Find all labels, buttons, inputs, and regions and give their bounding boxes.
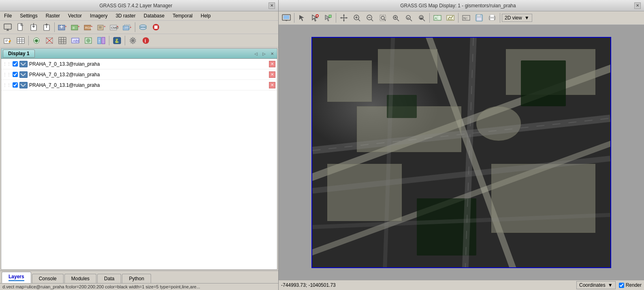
tb-cartography[interactable]: ABC	[69, 35, 81, 46]
tab-modules[interactable]: Modules	[64, 274, 96, 283]
layer-row[interactable]: ⋮⋮ PRAHA_7_0_13.3@ruian_praha ✕	[1, 59, 277, 69]
svg-text:+: +	[130, 26, 132, 29]
svg-rect-33	[154, 26, 158, 29]
svg-point-80	[316, 15, 318, 17]
map-tb-zoom-in[interactable]	[351, 12, 363, 24]
tab-data[interactable]: Data	[97, 274, 121, 283]
left-title-bar: GRASS GIS 7.4.2 Layer Manager ✕	[0, 0, 278, 11]
tb-export[interactable]	[41, 21, 53, 33]
tb-db-connect[interactable]	[137, 21, 149, 33]
svg-rect-71	[20, 82, 27, 88]
menu-temporal[interactable]: Temporal	[170, 12, 195, 19]
sep2	[135, 22, 135, 32]
map-tb-print[interactable]	[486, 12, 498, 24]
layer-2-checkbox[interactable]	[13, 72, 18, 77]
map-tb-pan[interactable]	[338, 12, 350, 24]
toolbar1: + ≡+ RGB+ + CMD+ +	[0, 21, 278, 34]
layer-row[interactable]: ⋮⋮ PRAHA_7_0_13.1@ruian_praha ✕	[1, 80, 277, 90]
tb-display[interactable]	[2, 21, 14, 33]
layer-2-close[interactable]: ✕	[269, 71, 275, 78]
view-mode-dropdown[interactable]: 2D view ▼	[502, 14, 532, 22]
tb-rgb-add[interactable]: RGB+	[82, 21, 94, 33]
map-canvas[interactable]	[311, 37, 611, 268]
map-status-bar: -744993.73; -1040501.73 Coordinates ▼ Re…	[279, 280, 644, 290]
tb-help[interactable]: i	[140, 35, 152, 46]
map-tb-pointer[interactable]	[296, 12, 308, 24]
layer-3-checkbox[interactable]	[13, 82, 18, 88]
tab-nav-forward[interactable]: ▷	[261, 50, 267, 57]
svg-line-107	[410, 19, 412, 21]
tab-console[interactable]: Console	[32, 274, 64, 283]
layer-drag-handle: ⋮⋮	[3, 62, 11, 66]
right-title-bar: GRASS GIS Map Display: 1 - gismentors/ru…	[279, 0, 644, 11]
menu-vector[interactable]: Vector	[66, 12, 84, 19]
menu-database[interactable]: Database	[141, 12, 167, 19]
svg-text:A: A	[435, 16, 437, 20]
tb-grid[interactable]	[56, 35, 68, 46]
tb-georef[interactable]	[82, 35, 94, 46]
layer-1-name: PRAHA_7_0_13.3@ruian_praha	[29, 61, 269, 67]
render-checkbox[interactable]	[619, 283, 624, 288]
layer-1-icon	[19, 61, 28, 67]
tab-layers[interactable]: Layers	[2, 272, 31, 283]
tab-nav-back[interactable]: ◁	[253, 50, 259, 57]
map-tb-query[interactable]	[322, 12, 334, 24]
map-tb-overlay[interactable]: N↑	[460, 12, 472, 24]
tb-reclass[interactable]: +	[95, 35, 107, 46]
display-tab-bar: Display 1 ◁ ▷ ✕	[1, 49, 277, 59]
svg-text:+: +	[91, 25, 93, 28]
menu-3d-raster[interactable]: 3D raster	[113, 12, 138, 19]
map-tb-zoom-all[interactable]: ∗	[403, 12, 415, 24]
layer-3-close[interactable]: ✕	[269, 82, 275, 88]
map-tb-zoom-extent[interactable]	[390, 12, 402, 24]
map-tb-save[interactable]	[473, 12, 485, 24]
menu-raster[interactable]: Raster	[43, 12, 62, 19]
map-tb-analyze2[interactable]	[444, 12, 456, 24]
layer-2-name: PRAHA_7_0_13.2@ruian_praha	[29, 72, 269, 77]
tb-settings[interactable]	[127, 35, 139, 46]
tb-stop[interactable]	[150, 21, 162, 33]
display-tab-1[interactable]: Display 1	[3, 49, 35, 58]
map-tb-display[interactable]	[280, 12, 292, 24]
left-panel-close[interactable]: ✕	[269, 2, 275, 9]
map-tb-zoom-region[interactable]	[377, 12, 389, 24]
layer-3-name: PRAHA_7_0_13.1@ruian_praha	[29, 82, 269, 88]
layer-1-checkbox[interactable]	[13, 61, 18, 67]
map-tb-zoom-lock[interactable]	[416, 12, 428, 24]
svg-text:+: +	[104, 25, 106, 28]
right-panel-close[interactable]: ✕	[634, 2, 641, 9]
tb-georect[interactable]	[43, 35, 55, 46]
road-svg-overlay	[312, 38, 610, 267]
menu-file[interactable]: File	[2, 12, 14, 19]
tb-raster-add[interactable]: ≡+	[69, 21, 81, 33]
map-tb-select[interactable]	[309, 12, 321, 24]
svg-text:+: +	[78, 25, 80, 28]
menu-imagery[interactable]: Imagery	[87, 12, 110, 19]
tb-import[interactable]	[28, 21, 40, 33]
tb-edit-layer[interactable]	[2, 35, 14, 46]
coordinates-dropdown[interactable]: Coordinates ▼	[576, 281, 616, 289]
tb-attr-table[interactable]	[15, 35, 27, 46]
sep5	[125, 36, 125, 45]
svg-rect-120	[477, 15, 480, 17]
svg-rect-0	[4, 24, 11, 29]
tb-vector-add[interactable]: +	[56, 21, 68, 33]
layer-row[interactable]: ⋮⋮ PRAHA_7_0_13.2@ruian_praha ✕	[1, 69, 277, 80]
tb-import2[interactable]	[30, 35, 43, 46]
tab-python[interactable]: Python	[122, 274, 151, 283]
layer-1-close[interactable]: ✕	[269, 61, 275, 67]
tb-python-shell[interactable]: 🐍	[111, 35, 123, 46]
tb-new[interactable]	[15, 21, 27, 33]
tb-cmd-add[interactable]: CMD+	[108, 21, 120, 33]
map-tb-zoom-out[interactable]	[364, 12, 376, 24]
tb-legend-add[interactable]: +	[95, 21, 107, 33]
tab-close[interactable]: ✕	[269, 50, 275, 57]
svg-marker-87	[340, 17, 342, 19]
menu-settings[interactable]: Settings	[17, 12, 40, 19]
svg-rect-46	[59, 37, 66, 44]
tb-group-add[interactable]: +	[121, 21, 133, 33]
svg-point-28	[140, 25, 146, 27]
render-control[interactable]: Render	[619, 282, 642, 288]
map-tb-analyze1[interactable]: A	[431, 12, 444, 24]
menu-help[interactable]: Help	[198, 12, 213, 19]
